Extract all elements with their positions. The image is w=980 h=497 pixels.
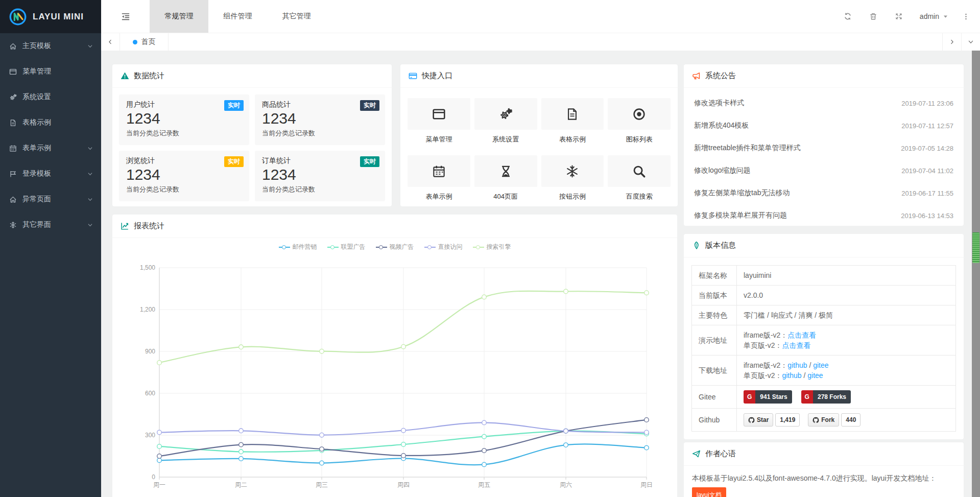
legend-marker-icon [376,245,387,249]
sidebar-item-label: 异常页面 [22,195,51,204]
sidebar-item-calendar[interactable]: 表单示例 [0,135,101,161]
stat-value: 1234 [262,166,378,183]
gitee-logo-icon: G [744,390,755,404]
announcement-title: 修改选项卡样式 [694,99,744,108]
gitee-forks-badge[interactable]: G278 Forks [801,390,851,404]
tab-scroll-left-button[interactable] [101,33,120,51]
fullscreen-button[interactable] [886,0,912,33]
shortcut-search[interactable]: 百度搜索 [608,155,671,208]
asterisk-icon [565,164,579,178]
github-star-widget: Star1,419 [744,413,800,427]
header-tab[interactable]: 组件管理 [208,0,267,33]
chevron-down-icon [87,222,93,228]
version-row-value: iframe版-v2：点击查看 单页版-v2：点击查看 [737,325,956,356]
shortcut-asterisk[interactable]: 按钮示例 [541,155,604,208]
header-tab[interactable]: 常规管理 [150,0,208,33]
announcement-date: 2019-07-04 11:02 [901,167,953,175]
github-fork-count[interactable]: 440 [841,413,861,427]
more-menu-button[interactable] [957,0,975,33]
demo-spa-link[interactable]: 点击查看 [782,341,810,349]
download-github-link[interactable]: github [782,371,801,380]
table-row: 当前版本 v2.0.0 [692,286,956,305]
announcement-row[interactable]: 修改选项卡样式 2019-07-11 23:06 [694,92,953,114]
announcement-date: 2019-07-11 12:57 [901,122,953,130]
download-gitee-link[interactable]: gitee [813,361,828,369]
flag-icon [9,170,17,178]
shortcut-gears[interactable]: 系统设置 [474,98,537,151]
sidebar-item-gears[interactable]: 系统设置 [0,84,101,110]
refresh-button[interactable] [835,0,861,33]
sidebar-item-asterisk[interactable]: 其它界面 [0,212,101,238]
announcement-row[interactable]: 新增treetable插件和菜单管理样式 2019-07-05 14:28 [694,137,953,159]
ellipsis-icon [962,13,970,20]
header-tab[interactable]: 其它管理 [267,0,326,33]
announcement-row[interactable]: 新增系统404模板 2019-07-11 12:57 [694,114,953,137]
sidebar-item-file[interactable]: 表格示例 [0,110,101,135]
stats-grid: 用户统计 1234 当前分类总记录数 实时 商品统计 1234 当前分类总记录数… [112,88,392,208]
shortcut-file[interactable]: 表格示例 [541,98,604,151]
stat-desc: 当前分类总记录数 [126,185,242,194]
legend-item[interactable]: 搜索引擎 [473,243,511,251]
author-card-header: 作者心语 [684,442,964,466]
shortcuts-card-title: 快捷入口 [422,71,452,81]
sidebar-item-flag[interactable]: 登录模板 [0,161,101,186]
sidebar-item-label: 其它界面 [22,220,51,229]
page-scrollbar-thumb[interactable] [972,232,979,263]
tab-home[interactable]: 首页 [120,33,169,51]
search-icon [632,164,646,178]
page-scrollbar-track[interactable] [972,51,980,497]
gitee-stars-badge[interactable]: G941 Stars [744,390,792,404]
shortcut-window[interactable]: 菜单管理 [408,98,470,151]
announcement-title: 修改logo缩放问题 [694,166,750,175]
legend-item[interactable]: 直接访问 [424,243,463,251]
announcement-row[interactable]: 修改logo缩放问题 2019-07-04 11:02 [694,159,953,182]
legend-item[interactable]: 视频广告 [376,243,414,251]
paper-plane-icon [692,449,701,458]
user-dropdown[interactable]: admin [912,0,957,33]
legend-label: 搜索引擎 [487,243,511,251]
announcement-row[interactable]: 修复左侧菜单缩放tab无法移动 2019-06-17 11:55 [694,182,953,204]
svg-text:周日: 周日 [640,481,653,488]
shortcut-dot-circle[interactable]: 图标列表 [608,98,671,151]
svg-text:周五: 周五 [478,481,490,488]
github-star-button[interactable]: Star [744,413,773,427]
sidebar-item-home[interactable]: 异常页面 [0,186,101,212]
shortcut-label: 表单示例 [408,192,470,201]
shortcut-label: 404页面 [474,192,537,201]
legend-item[interactable]: 邮件营销 [279,243,317,251]
shortcut-hourglass[interactable]: 404页面 [474,155,537,208]
shortcut-icon-box [474,155,537,187]
menu-collapse-button[interactable] [101,0,150,33]
report-chart-card: 报表统计 邮件营销 联盟广告 视频广告 直接访问 搜索引擎 0300600900… [112,215,677,497]
clear-cache-button[interactable] [861,0,886,33]
demo-iframe-link[interactable]: 点击查看 [787,331,816,339]
announcement-title: 新增系统404模板 [694,121,749,130]
report-line-chart: 03006009001,2001,500周一周二周三周四周五周六周日 [112,215,677,497]
tab-operations-button[interactable] [961,33,980,51]
sidebar-item-label: 菜单管理 [22,67,51,76]
download-gitee-link[interactable]: gitee [807,371,823,380]
announcement-row[interactable]: 修复多模块菜单栏展开有问题 2019-06-13 14:53 [694,204,953,227]
header-action-list [835,0,912,33]
github-fork-button[interactable]: Fork [808,413,839,427]
legend-item[interactable]: 联盟广告 [327,243,366,251]
shortcut-calendar[interactable]: 表单示例 [408,155,470,208]
app-logo[interactable]: LAYUI MINI [0,0,101,33]
github-star-count[interactable]: 1,419 [775,413,800,427]
announcement-title: 修复多模块菜单栏展开有问题 [694,211,787,220]
table-row: 下载地址 iframe版-v2：github / gitee 单页版-v2：gi… [692,356,956,386]
sidebar-item-window[interactable]: 菜单管理 [0,59,101,84]
announcement-date: 2019-06-17 11:55 [901,190,953,197]
gears-icon [499,107,513,121]
sidebar-item-home[interactable]: 主页模板 [0,33,101,59]
layui-doc-button[interactable]: layui文档 [692,487,726,497]
tab-scroll-right-button[interactable] [942,33,961,51]
chevron-down-icon [87,171,93,177]
file-icon [9,119,17,127]
announcement-date: 2019-06-13 14:53 [901,212,953,220]
sidebar-item-label: 系统设置 [22,92,51,102]
download-github-link[interactable]: github [787,361,807,369]
announcement-title: 新增treetable插件和菜单管理样式 [694,144,800,153]
sidebar-item-label: 主页模板 [22,41,51,51]
window-icon [432,107,446,121]
